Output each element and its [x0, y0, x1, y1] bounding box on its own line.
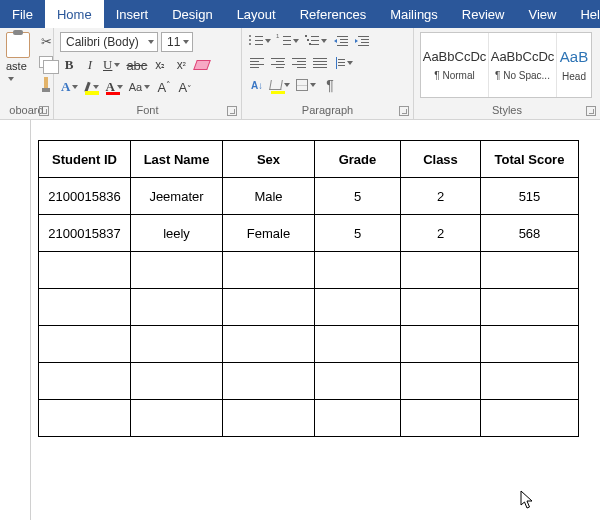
clipboard-launcher[interactable]	[39, 106, 49, 116]
tab-insert[interactable]: Insert	[104, 0, 161, 28]
table-cell[interactable]	[401, 400, 481, 437]
change-case-button[interactable]: Aa	[128, 78, 152, 96]
align-center-button[interactable]	[269, 54, 287, 72]
shrink-font-button[interactable]: A˅	[176, 78, 194, 96]
subscript-button[interactable]: x	[151, 56, 169, 74]
decrease-indent-button[interactable]	[332, 32, 350, 50]
italic-button[interactable]: I	[81, 56, 99, 74]
table-cell[interactable]	[39, 363, 131, 400]
table-cell[interactable]	[131, 326, 223, 363]
font-launcher[interactable]	[227, 106, 237, 116]
multilevel-button[interactable]	[304, 32, 329, 50]
table-row[interactable]	[39, 363, 579, 400]
table-cell[interactable]: 2100015837	[39, 215, 131, 252]
copy-button[interactable]	[36, 53, 56, 71]
style-heading[interactable]: AaB Head	[557, 33, 591, 97]
header-last-name[interactable]: Last Name	[131, 141, 223, 178]
tab-review[interactable]: Review	[450, 0, 517, 28]
superscript-button[interactable]: x	[172, 56, 190, 74]
tab-mailings[interactable]: Mailings	[378, 0, 450, 28]
table-cell[interactable]: 568	[481, 215, 579, 252]
line-spacing-button[interactable]	[332, 54, 355, 72]
table-cell[interactable]	[315, 326, 401, 363]
highlight-button[interactable]	[83, 78, 101, 96]
table-cell[interactable]	[315, 363, 401, 400]
justify-button[interactable]	[311, 54, 329, 72]
table-cell[interactable]: 5	[315, 178, 401, 215]
clear-formatting-button[interactable]	[193, 56, 211, 74]
table-cell[interactable]	[39, 252, 131, 289]
table-cell[interactable]	[131, 289, 223, 326]
table-row[interactable]: 2100015837 leely Female 5 2 568	[39, 215, 579, 252]
sort-button[interactable]: A↓	[248, 76, 266, 94]
table-cell[interactable]	[223, 289, 315, 326]
paste-icon[interactable]	[6, 32, 30, 58]
styles-launcher[interactable]	[586, 106, 596, 116]
format-painter-button[interactable]	[36, 74, 56, 92]
strikethrough-button[interactable]: abc	[125, 56, 148, 74]
show-marks-button[interactable]: ¶	[321, 76, 339, 94]
table-cell[interactable]	[401, 363, 481, 400]
table-row[interactable]	[39, 400, 579, 437]
tab-help[interactable]: Help	[568, 0, 600, 28]
table-cell[interactable]: leely	[131, 215, 223, 252]
table-cell[interactable]	[131, 252, 223, 289]
header-sex[interactable]: Sex	[223, 141, 315, 178]
table-cell[interactable]	[131, 363, 223, 400]
cut-button[interactable]: ✂	[36, 32, 56, 50]
table-cell[interactable]	[481, 289, 579, 326]
table-cell[interactable]	[223, 252, 315, 289]
font-name-combo[interactable]: Calibri (Body)	[60, 32, 158, 52]
student-table[interactable]: Student ID Last Name Sex Grade Class Tot…	[38, 140, 579, 437]
table-cell[interactable]	[401, 326, 481, 363]
table-cell[interactable]	[223, 363, 315, 400]
table-cell[interactable]: Male	[223, 178, 315, 215]
table-cell[interactable]	[481, 326, 579, 363]
table-cell[interactable]	[39, 400, 131, 437]
header-total-score[interactable]: Total Score	[481, 141, 579, 178]
table-cell[interactable]	[481, 252, 579, 289]
align-left-button[interactable]	[248, 54, 266, 72]
header-student-id[interactable]: Student ID	[39, 141, 131, 178]
bullets-button[interactable]	[248, 32, 273, 50]
style-normal[interactable]: AaBbCcDc ¶ Normal	[421, 33, 489, 97]
bold-button[interactable]: B	[60, 56, 78, 74]
table-cell[interactable]: 2	[401, 178, 481, 215]
table-cell[interactable]	[481, 400, 579, 437]
table-cell[interactable]	[131, 400, 223, 437]
table-cell[interactable]: 5	[315, 215, 401, 252]
table-cell[interactable]	[401, 289, 481, 326]
table-cell[interactable]	[401, 252, 481, 289]
table-header-row[interactable]: Student ID Last Name Sex Grade Class Tot…	[39, 141, 579, 178]
table-cell[interactable]	[315, 400, 401, 437]
header-grade[interactable]: Grade	[315, 141, 401, 178]
table-cell[interactable]	[315, 252, 401, 289]
borders-button[interactable]	[295, 76, 318, 94]
style-no-spacing[interactable]: AaBbCcDc ¶ No Spac...	[489, 33, 557, 97]
underline-button[interactable]: U	[102, 56, 122, 74]
font-size-combo[interactable]: 11	[161, 32, 193, 52]
shading-button[interactable]	[269, 76, 292, 94]
increase-indent-button[interactable]	[353, 32, 371, 50]
tab-file[interactable]: File	[0, 0, 45, 28]
tab-home[interactable]: Home	[45, 0, 104, 28]
table-cell[interactable]	[39, 326, 131, 363]
table-cell[interactable]: 2100015836	[39, 178, 131, 215]
paragraph-launcher[interactable]	[399, 106, 409, 116]
font-color-button[interactable]: A	[104, 78, 124, 96]
header-class[interactable]: Class	[401, 141, 481, 178]
table-cell[interactable]	[223, 326, 315, 363]
table-cell[interactable]: Jeemater	[131, 178, 223, 215]
text-effects-button[interactable]: A	[60, 78, 80, 96]
table-cell[interactable]	[315, 289, 401, 326]
tab-layout[interactable]: Layout	[225, 0, 288, 28]
table-row[interactable]	[39, 252, 579, 289]
table-cell[interactable]: Female	[223, 215, 315, 252]
table-row[interactable]	[39, 289, 579, 326]
tab-references[interactable]: References	[288, 0, 378, 28]
table-row[interactable]	[39, 326, 579, 363]
paste-button[interactable]: aste	[6, 60, 30, 84]
table-cell[interactable]: 515	[481, 178, 579, 215]
align-right-button[interactable]	[290, 54, 308, 72]
document-area[interactable]: Student ID Last Name Sex Grade Class Tot…	[0, 120, 600, 520]
